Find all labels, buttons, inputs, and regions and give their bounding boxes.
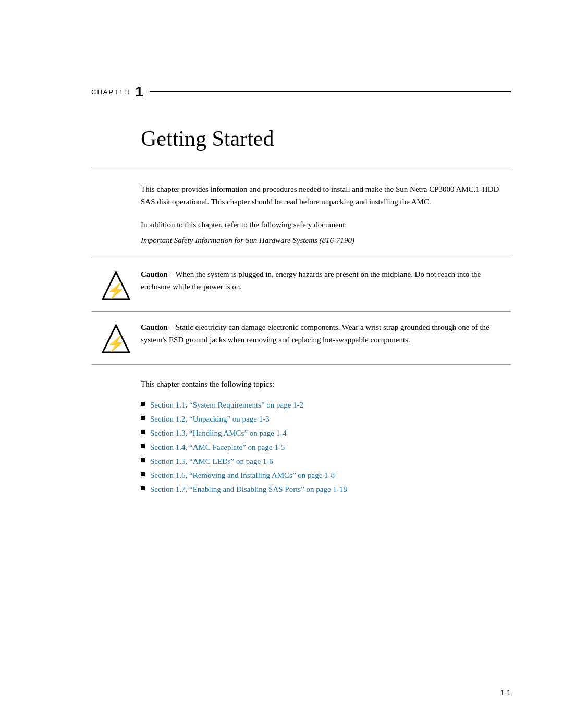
caution-dash-2: –	[168, 323, 176, 331]
bullet-icon	[141, 472, 145, 476]
svg-text:⚡: ⚡	[107, 335, 125, 352]
bullet-icon	[141, 458, 145, 462]
chapter-number: 1	[135, 83, 143, 100]
caution-icon-area-1: ⚡	[91, 268, 141, 302]
safety-doc-reference: Important Safety Information for Sun Har…	[141, 236, 511, 245]
caution-body-1: When the system is plugged in, energy ha…	[141, 270, 481, 291]
caution-lightning-icon-1: ⚡	[102, 270, 130, 302]
topics-link-5[interactable]: Section 1.5, “AMC LEDs” on page 1-6	[150, 454, 273, 468]
caution-label-2: Caution	[141, 323, 168, 331]
topics-link-3[interactable]: Section 1.3, “Handling AMCs” on page 1-4	[150, 426, 287, 440]
chapter-label: CHAPTER	[91, 88, 131, 96]
list-item: Section 1.4, “AMC Faceplate” on page 1-5	[141, 440, 511, 454]
caution-lightning-icon-2: ⚡	[102, 324, 130, 355]
caution-label-1: Caution	[141, 270, 168, 278]
list-item: Section 1.5, “AMC LEDs” on page 1-6	[141, 454, 511, 468]
list-item: Section 1.1, “System Requirements” on pa…	[141, 398, 511, 412]
caution-text-2: Caution – Static electricity can damage …	[141, 321, 511, 346]
bullet-icon	[141, 402, 145, 406]
page-number: 1-1	[500, 688, 511, 697]
chapter-rule	[150, 91, 511, 92]
topics-link-7[interactable]: Section 1.7, “Enabling and Disabling SAS…	[150, 483, 347, 497]
chapter-title: Getting Started	[141, 126, 511, 151]
topics-link-2[interactable]: Section 1.2, “Unpacking” on page 1-3	[150, 412, 270, 426]
intro-paragraph-2: In addition to this chapter, refer to th…	[141, 218, 511, 231]
chapter-header: CHAPTER 1	[91, 83, 511, 100]
topics-list: Section 1.1, “System Requirements” on pa…	[141, 398, 511, 497]
bullet-icon	[141, 416, 145, 420]
caution-body-2: Static electricity can damage electronic…	[141, 323, 489, 344]
caution-icon-area-2: ⚡	[91, 321, 141, 355]
list-item: Section 1.2, “Unpacking” on page 1-3	[141, 412, 511, 426]
bullet-icon	[141, 444, 145, 448]
list-item: Section 1.6, “Removing and Installing AM…	[141, 468, 511, 483]
bullet-icon	[141, 430, 145, 434]
bullet-icon	[141, 486, 145, 490]
caution-dash-1: –	[168, 270, 176, 278]
caution-block-2: ⚡ Caution – Static electricity can damag…	[91, 312, 511, 365]
list-item: Section 1.7, “Enabling and Disabling SAS…	[141, 483, 511, 497]
topics-link-4[interactable]: Section 1.4, “AMC Faceplate” on page 1-5	[150, 440, 285, 454]
title-divider	[91, 167, 511, 167]
list-item: Section 1.3, “Handling AMCs” on page 1-4	[141, 426, 511, 440]
intro-paragraph-1: This chapter provides information and pr…	[141, 183, 511, 208]
page: CHAPTER 1 Getting Started This chapter p…	[0, 0, 563, 728]
topics-link-6[interactable]: Section 1.6, “Removing and Installing AM…	[150, 468, 335, 483]
caution-text-1: Caution – When the system is plugged in,…	[141, 268, 511, 293]
caution-block-1: ⚡ Caution – When the system is plugged i…	[91, 258, 511, 312]
content-area: CHAPTER 1 Getting Started This chapter p…	[91, 0, 511, 497]
svg-text:⚡: ⚡	[107, 282, 125, 299]
topics-link-1[interactable]: Section 1.1, “System Requirements” on pa…	[150, 398, 303, 412]
topics-intro: This chapter contains the following topi…	[141, 378, 511, 390]
